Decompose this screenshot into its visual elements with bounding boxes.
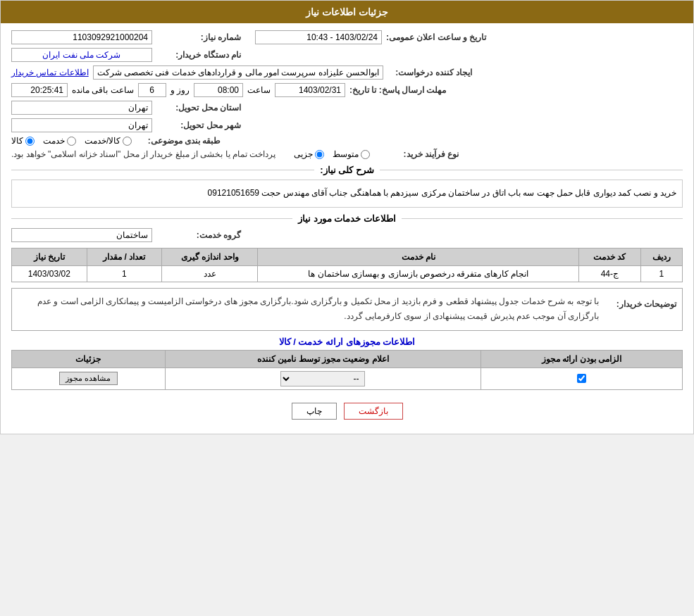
license-required-checkbox[interactable] bbox=[577, 374, 586, 383]
process-type-label: نوع فرآیند خرید: bbox=[374, 149, 459, 159]
category-option-kala-khedmat: کالا/خدمت bbox=[85, 136, 132, 146]
days-value: 6 bbox=[138, 83, 166, 97]
radio-kala[interactable] bbox=[25, 137, 35, 146]
radio-motavaset[interactable] bbox=[361, 150, 370, 159]
buyer-station-label: نام دستگاه خریدار: bbox=[156, 50, 241, 60]
button-area: بازگشت چاپ bbox=[11, 396, 683, 427]
days-label: روز و bbox=[171, 85, 190, 95]
cell-row: 1 bbox=[640, 265, 682, 282]
process-type-jozi: جزیی bbox=[294, 149, 324, 159]
th-details: جزئیات bbox=[12, 350, 166, 367]
creator-value: ابوالحسن علیزاده سرپرست امور مالی و قرار… bbox=[93, 65, 383, 80]
radio-khedmat[interactable] bbox=[67, 137, 76, 146]
label-jozi: جزیی bbox=[294, 149, 313, 159]
buyer-notes-text: با توجه به شرح خدمات جدول پیشنهاد قطعی و… bbox=[18, 294, 599, 325]
license-status: -- bbox=[165, 367, 481, 389]
th-name: نام خدمت bbox=[258, 248, 579, 265]
process-type-options: متوسط جزیی bbox=[294, 149, 370, 159]
th-qty: تعداد / مقدار bbox=[87, 248, 161, 265]
print-button[interactable]: چاپ bbox=[292, 403, 337, 420]
response-time-label: ساعت bbox=[247, 85, 271, 95]
table-row: 1 ج-44 انجام کارهای متفرقه درخصوص بازساز… bbox=[12, 265, 683, 282]
need-number-label: شماره نیاز: bbox=[156, 32, 241, 42]
time-remaining-value: 20:25:41 bbox=[11, 83, 68, 97]
cell-date: 1403/03/02 bbox=[12, 265, 87, 282]
back-button[interactable]: بازگشت bbox=[344, 403, 403, 420]
license-row: -- مشاهده مجوز bbox=[12, 367, 683, 389]
province-label: استان محل تحویل: bbox=[156, 103, 241, 113]
city-label: شهر محل تحویل: bbox=[156, 120, 241, 130]
services-table: ردیف کد خدمت نام خدمت واحد اندازه گیری ت… bbox=[11, 248, 683, 282]
buyer-station-value: شرکت ملی نفت ایران bbox=[11, 48, 152, 62]
service-group-value: ساختمان bbox=[11, 228, 152, 242]
need-description-title: شرح کلی نیاز: bbox=[314, 165, 380, 175]
buyer-notes-box: توضیحات خریدار: با توجه به شرح خدمات جدو… bbox=[11, 288, 683, 331]
label-kala: کالا bbox=[11, 136, 23, 146]
creator-label: ایجاد کننده درخواست: bbox=[388, 68, 472, 77]
licenses-table: الزامی بودن ارائه مجوز اعلام وضعیت مجوز … bbox=[11, 350, 683, 390]
province-value: تهران bbox=[11, 101, 152, 115]
radio-jozi[interactable] bbox=[315, 150, 324, 159]
label-motavaset: متوسط bbox=[333, 149, 359, 159]
response-deadline-label: مهلت ارسال پاسخ: تا تاریخ: bbox=[349, 85, 446, 95]
city-value: تهران bbox=[11, 118, 152, 132]
time-remaining-label: ساعت باقی مانده bbox=[72, 85, 134, 95]
cell-name: انجام کارهای متفرقه درخصوص بازسازی و بهس… bbox=[258, 265, 579, 282]
category-option-khedmat: خدمت bbox=[43, 136, 76, 146]
label-kala-khedmat: کالا/خدمت bbox=[85, 136, 120, 146]
radio-kala-khedmat[interactable] bbox=[123, 137, 132, 146]
buyer-notes-label: توضیحات خریدار: bbox=[606, 294, 676, 313]
th-code: کد خدمت bbox=[579, 248, 641, 265]
category-option-kala: کالا bbox=[11, 136, 35, 146]
process-type-motavaset: متوسط bbox=[333, 149, 370, 159]
cell-quantity: 1 bbox=[87, 265, 161, 282]
category-options: کالا/خدمت خدمت کالا bbox=[11, 136, 132, 146]
cell-unit: عدد bbox=[162, 265, 258, 282]
th-date: تاریخ نیاز bbox=[12, 248, 87, 265]
cell-code: ج-44 bbox=[579, 265, 641, 282]
response-time: 08:00 bbox=[194, 83, 243, 97]
view-license-button[interactable]: مشاهده مجوز bbox=[59, 372, 117, 385]
licenses-title: اطلاعات مجوزهای ارائه خدمت / کالا bbox=[11, 337, 683, 347]
license-status-select[interactable]: -- bbox=[280, 371, 365, 386]
response-date: 1403/02/31 bbox=[275, 83, 345, 97]
process-note: پرداخت تمام یا بخشی از مبلغ خریدار از مح… bbox=[11, 149, 275, 159]
announce-datetime-value: 1403/02/24 - 10:43 bbox=[255, 30, 382, 44]
th-unit: واحد اندازه گیری bbox=[162, 248, 258, 265]
services-section-title: اطلاعات خدمات مورد نیاز bbox=[292, 213, 402, 224]
announce-datetime-label: تاریخ و ساعت اعلان عمومی: bbox=[386, 32, 486, 42]
category-label: طبقه بندی موضوعی: bbox=[136, 136, 221, 146]
need-description-box: خرید و نصب کمد دیواری قابل حمل جهت سه با… bbox=[11, 180, 683, 208]
contact-link[interactable]: اطلاعات تماس خریدار bbox=[11, 68, 89, 77]
th-required: الزامی بودن ارائه مجوز bbox=[481, 350, 682, 367]
need-number-value: 1103092921000204 bbox=[11, 30, 152, 44]
th-status: اعلام وضعیت مجوز توسط نامین کننده bbox=[165, 350, 481, 367]
th-row: ردیف bbox=[640, 248, 682, 265]
service-group-label: گروه خدمت: bbox=[156, 230, 241, 240]
label-khedmat: خدمت bbox=[43, 136, 65, 146]
license-required bbox=[481, 367, 682, 389]
license-details: مشاهده مجوز bbox=[12, 367, 166, 389]
page-title: جزئیات اطلاعات نیاز bbox=[1, 1, 693, 23]
